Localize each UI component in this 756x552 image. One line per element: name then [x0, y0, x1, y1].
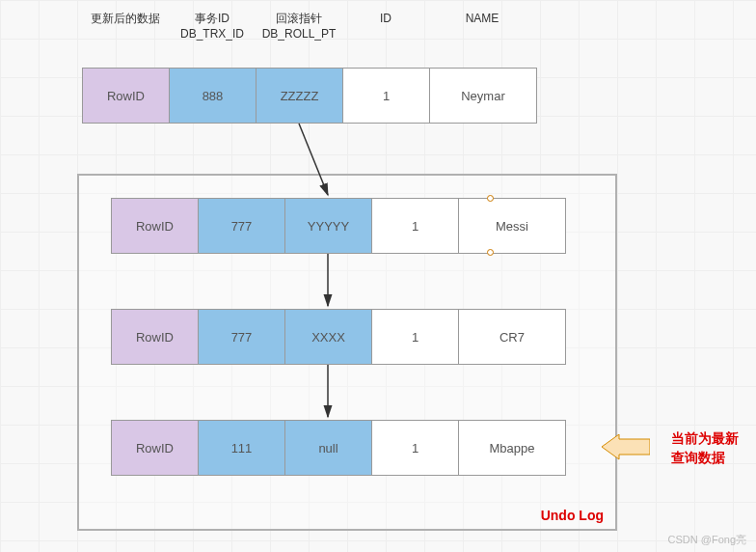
callout-text: 当前为最新 查询数据 — [671, 429, 739, 467]
header-updated-data: 更新后的数据 — [82, 12, 169, 41]
header-id: ID — [342, 12, 429, 41]
cell-trx: 111 — [199, 421, 285, 475]
cell-rowid: RowID — [83, 69, 170, 123]
column-headers: 更新后的数据 事务ID DB_TRX_ID 回滚指针 DB_ROLL_PT ID… — [82, 12, 535, 41]
header-name: NAME — [429, 12, 535, 41]
cell-name: Mbappe — [459, 421, 565, 475]
header-roll-ptr: 回滚指针 DB_ROLL_PT — [256, 12, 342, 41]
cell-trx: 777 — [199, 310, 285, 364]
undo-row-3: RowID 111 null 1 Mbappe — [111, 420, 566, 476]
cell-name: CR7 — [459, 310, 565, 364]
selection-handle-icon — [487, 249, 494, 256]
selection-handle-icon — [487, 195, 494, 202]
cell-id: 1 — [372, 310, 459, 364]
cell-id: 1 — [343, 69, 430, 123]
cell-id: 1 — [372, 199, 459, 253]
undo-log-label: Undo Log — [541, 508, 604, 523]
cell-rowid: RowID — [112, 421, 199, 475]
callout-arrow-icon — [602, 434, 650, 463]
watermark: CSDN @Fong亮 — [668, 533, 746, 547]
cell-ptr: XXXX — [285, 310, 372, 364]
cell-rowid: RowID — [112, 310, 199, 364]
cell-trx: 777 — [199, 199, 285, 253]
cell-ptr: ZZZZZ — [256, 69, 343, 123]
cell-name: Neymar — [430, 69, 536, 123]
cell-ptr: YYYYY — [285, 199, 372, 253]
undo-row-2: RowID 777 XXXX 1 CR7 — [111, 309, 566, 365]
cell-rowid: RowID — [112, 199, 199, 253]
cell-trx: 888 — [170, 69, 256, 123]
current-row: RowID 888 ZZZZZ 1 Neymar — [82, 68, 537, 124]
undo-row-1: RowID 777 YYYYY 1 Messi — [111, 198, 566, 254]
cell-ptr: null — [285, 421, 372, 475]
cell-id: 1 — [372, 421, 459, 475]
header-trx-id: 事务ID DB_TRX_ID — [169, 12, 256, 41]
cell-name: Messi — [459, 199, 565, 253]
